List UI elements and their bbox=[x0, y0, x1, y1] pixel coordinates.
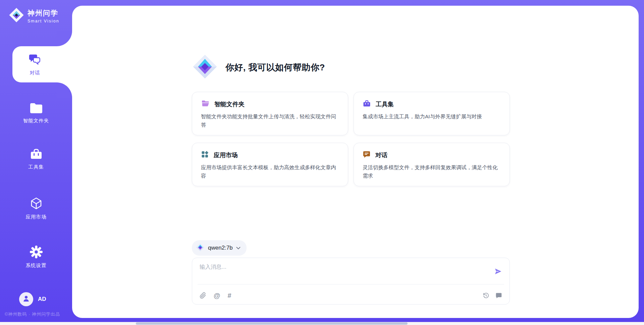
at-icon[interactable]: @ bbox=[214, 292, 220, 299]
hero-brand-diamond-icon bbox=[192, 54, 218, 81]
app-logo[interactable]: 神州问学 Smart Vision bbox=[9, 7, 59, 24]
app-subtitle: Smart Vision bbox=[28, 19, 59, 23]
sidebar-item-label: 应用市场 bbox=[26, 214, 47, 220]
greeting-text: 你好, 我可以如何帮助你? bbox=[225, 62, 325, 73]
feature-cards: 智能文件夹 智能文件夹功能支持批量文件上传与清洗，轻松实现文件问答 工具集 集成… bbox=[192, 92, 510, 186]
folder-open-icon bbox=[201, 100, 210, 109]
sidebar-item-toolset[interactable]: 工具集 bbox=[0, 148, 72, 170]
horizontal-scrollbar[interactable] bbox=[0, 322, 644, 325]
cube-icon bbox=[30, 197, 43, 211]
brand-diamond-icon bbox=[9, 7, 24, 24]
composer-divider bbox=[198, 284, 504, 284]
model-selector[interactable]: qwen2:7b bbox=[192, 240, 247, 256]
sidebar-item-chat[interactable]: 对话 bbox=[12, 46, 72, 82]
card-title: 对话 bbox=[375, 151, 387, 159]
gear-icon bbox=[30, 245, 43, 260]
chat-bubble-icon[interactable] bbox=[495, 292, 502, 299]
card-app-market[interactable]: 应用市场 应用市场提供丰富长文本模板，助力高效生成多样化文章内容 bbox=[192, 143, 348, 186]
sidebar: 神州问学 Smart Vision 对话 智能文件夹 bbox=[0, 0, 72, 325]
chat-bubbles-icon bbox=[29, 53, 41, 67]
user-initials: AD bbox=[38, 296, 46, 303]
card-toolset[interactable]: 工具集 集成市场上主流工具，助力AI与外界无缝扩展与对接 bbox=[354, 92, 510, 135]
sidebar-item-settings[interactable]: 系统设置 bbox=[0, 245, 72, 269]
history-icon[interactable] bbox=[483, 292, 489, 299]
card-title: 智能文件夹 bbox=[214, 100, 245, 108]
app-name: 神州问学 bbox=[28, 8, 59, 18]
chat-filled-icon bbox=[363, 150, 371, 160]
message-input[interactable] bbox=[200, 263, 488, 282]
paperclip-icon[interactable] bbox=[200, 292, 206, 299]
toolbox-icon bbox=[30, 148, 43, 161]
toolbox-icon bbox=[363, 100, 371, 109]
card-chat[interactable]: 对话 灵活切换多模型文件，支持多样回复效果调试，满足个性化需求 bbox=[354, 143, 510, 186]
sidebar-item-label: 工具集 bbox=[28, 164, 44, 170]
apps-grid-icon bbox=[201, 150, 209, 160]
sidebar-item-label: 智能文件夹 bbox=[23, 118, 49, 124]
hash-icon[interactable]: # bbox=[228, 292, 231, 299]
user-profile[interactable]: AD bbox=[19, 292, 46, 306]
main-content: 你好, 我可以如何帮助你? 智能文件夹 智能文件夹功能支持批量文件上传与清洗，轻… bbox=[72, 6, 639, 318]
sidebar-item-label: 系统设置 bbox=[26, 262, 47, 269]
sidebar-item-smart-folder[interactable]: 智能文件夹 bbox=[0, 103, 72, 124]
copyright-text: ©神州数码 · 神州问学出品 bbox=[5, 311, 60, 317]
tab-fillet-bottom bbox=[57, 82, 72, 98]
model-diamond-icon bbox=[196, 243, 205, 253]
avatar bbox=[19, 292, 33, 306]
card-title: 应用市场 bbox=[214, 151, 238, 159]
card-title: 工具集 bbox=[376, 100, 394, 108]
hero: 你好, 我可以如何帮助你? bbox=[192, 54, 325, 81]
sidebar-item-label: 对话 bbox=[30, 70, 40, 76]
send-icon[interactable] bbox=[494, 267, 502, 275]
tab-fillet-top bbox=[57, 31, 72, 46]
card-description: 应用市场提供丰富长文本模板，助力高效生成多样化文章内容 bbox=[201, 163, 339, 180]
folder-icon bbox=[30, 103, 43, 115]
chevron-down-icon bbox=[236, 247, 240, 250]
card-description: 灵活切换多模型文件，支持多样回复效果调试，满足个性化需求 bbox=[363, 163, 501, 180]
model-name: qwen2:7b bbox=[208, 245, 233, 251]
card-description: 智能文件夹功能支持批量文件上传与清洗，轻松实现文件问答 bbox=[201, 112, 339, 129]
person-icon bbox=[22, 294, 31, 304]
sidebar-item-app-market[interactable]: 应用市场 bbox=[0, 197, 72, 220]
card-description: 集成市场上主流工具，助力AI与外界无缝扩展与对接 bbox=[363, 112, 501, 121]
message-composer: @ # bbox=[192, 258, 510, 305]
card-smart-folder[interactable]: 智能文件夹 智能文件夹功能支持批量文件上传与清洗，轻松实现文件问答 bbox=[192, 92, 348, 135]
scrollbar-thumb[interactable] bbox=[136, 322, 408, 325]
